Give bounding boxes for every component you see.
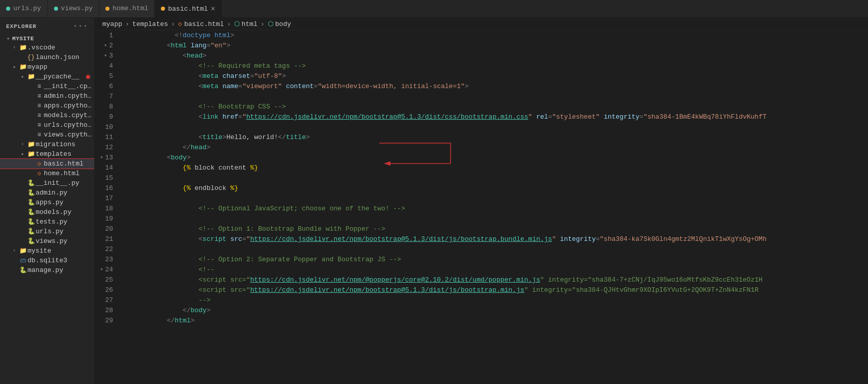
more-icon[interactable]: ···	[73, 22, 88, 31]
code-line-20: <!-- Option 1: Bootstrap Bundle with Pop…	[117, 224, 868, 234]
punct-5: <	[199, 71, 203, 81]
sidebar-item-models-pyc[interactable]: ≡ models.cpython-3...	[0, 111, 94, 120]
code-line-23: <!-- Option 2: Separate Popper and Boots…	[117, 255, 868, 265]
punct-12: </	[183, 143, 191, 153]
sidebar-item-tests-py[interactable]: 🐍 tests.py	[0, 217, 94, 227]
views-pyc-label: views.cpython-38.p...	[44, 131, 94, 139]
breadcrumb-basic-html[interactable]: basic.html	[184, 20, 224, 28]
code-line-13: <body>	[117, 153, 868, 163]
template-block-14: {%	[183, 163, 191, 173]
space-2	[187, 41, 191, 51]
comment-27: -->	[199, 295, 210, 306]
sidebar-item-db-sqlite[interactable]: 🗃 db.sqlite3	[0, 256, 94, 265]
line-num-25: 25	[98, 275, 113, 285]
code-line-3: <head>	[117, 51, 868, 61]
sidebar-item-admin-py[interactable]: 🐍 admin.py	[0, 188, 94, 198]
punct-28: </	[183, 306, 191, 316]
code-line-4: <!-- Required meta tags -->	[117, 61, 868, 71]
title-text: Hello, world!	[227, 132, 278, 143]
pyc-icon-4: ≡	[35, 112, 44, 119]
code-line-26: <script src="https://cdn.jsdelivr.net/np…	[117, 285, 868, 295]
sidebar-item-pycache[interactable]: ▾ 📁 __pycache__	[0, 72, 94, 81]
sidebar-item-manage-py[interactable]: 🐍 manage.py	[0, 265, 94, 275]
sp-9c	[600, 112, 604, 122]
tests-py-label: tests.py	[36, 218, 94, 226]
models-py-label: models.py	[36, 208, 94, 216]
line-num-14: 14	[98, 163, 113, 173]
attr-name: name	[222, 81, 238, 92]
eq-6: =	[238, 81, 242, 92]
admin-pyc-label: admin.cpython-38...	[44, 92, 94, 100]
link-bootstrap-bundle[interactable]: https://cdn.jsdelivr.net/npm/bootstrap@5…	[250, 235, 552, 243]
sidebar-item-mysite[interactable]: › 📁 mysite	[0, 246, 94, 256]
sidebar-item-home-html[interactable]: ◇ home.html	[0, 169, 94, 178]
comment-4: <!-- Required meta tags -->	[199, 61, 306, 71]
code-line-6: <meta name="viewport" content="width=dev…	[117, 81, 868, 92]
eq-21: =	[242, 234, 246, 244]
breadcrumb-html[interactable]: html	[242, 20, 258, 28]
db-sqlite-label: db.sqlite3	[27, 257, 94, 264]
json-icon: {}	[26, 54, 36, 61]
tab-basic-html[interactable]: basic.html ✕	[155, 0, 221, 17]
attr-charset: charset	[222, 71, 250, 81]
breadcrumb-templates[interactable]: templates	[132, 20, 168, 28]
vscode-label: .vscode	[27, 44, 94, 51]
str-viewport: "viewport"	[242, 81, 282, 92]
sidebar-item-admin-pyc[interactable]: ≡ admin.cpython-38...	[0, 91, 94, 101]
sidebar-item-views-pyc[interactable]: ≡ views.cpython-38.p...	[0, 130, 94, 140]
sidebar-item-templates[interactable]: ▾ 📁 templates	[0, 149, 94, 159]
code-content[interactable]: <!doctype html> <html lang="en"> <head> …	[117, 31, 868, 384]
code-line-21: <script src="https://cdn.jsdelivr.net/np…	[117, 234, 868, 244]
sidebar-item-urls-pyc[interactable]: ≡ urls.cpython-38.pyc	[0, 120, 94, 130]
eq-6b: =	[314, 81, 318, 92]
breadcrumb-sep-4: ›	[261, 20, 265, 28]
breadcrumb-icon-body: ⬡	[268, 20, 273, 28]
punct-13b: >	[187, 153, 191, 163]
sidebar-item-migrations[interactable]: › 📁 migrations	[0, 140, 94, 149]
migrations-label: migrations	[36, 141, 94, 148]
code-line-16: {% endblock %}	[117, 183, 868, 194]
main-layout: EXPLORER ··· ▾ MYSITE › 📁 .vscode {} lau…	[0, 18, 868, 384]
breadcrumb-body[interactable]: body	[275, 20, 291, 28]
sidebar-item-views-py[interactable]: 🐍 views.py	[0, 236, 94, 246]
punct-11: <	[199, 132, 203, 143]
pyc-icon-1: ≡	[35, 83, 44, 90]
link-bootstrap-css[interactable]: https://cdn.jsdelivr.net/npm/bootstrap@5…	[246, 113, 528, 121]
breadcrumb-myapp[interactable]: myapp	[102, 20, 122, 28]
punct-3b: >	[203, 51, 207, 61]
sidebar-item-apps-py[interactable]: 🐍 apps.py	[0, 198, 94, 207]
code-line-2: <html lang="en">	[117, 41, 868, 51]
sidebar-item-init-py[interactable]: 🐍 __init__.py	[0, 178, 94, 188]
breadcrumb-sep-3: ›	[227, 20, 231, 28]
line-num-11: 11	[98, 132, 113, 143]
str-src-21: "https://cdn.jsdelivr.net/npm/bootstrap@…	[246, 234, 556, 244]
sidebar-item-myapp[interactable]: ▾ 📁 myapp	[0, 62, 94, 72]
tab-urls-py[interactable]: urls.py	[0, 0, 48, 17]
tab-views-py[interactable]: views.py	[48, 0, 99, 17]
py-icon-urls: 🐍	[26, 228, 36, 235]
sidebar-root-mysite[interactable]: ▾ MYSITE	[0, 35, 94, 43]
line-num-13: ▾13	[98, 153, 113, 163]
tab-home-html[interactable]: home.html	[99, 0, 155, 17]
code-line-27: -->	[117, 295, 868, 306]
code-line-15	[117, 173, 868, 183]
code-line-5: <meta charset="utf-8">	[117, 71, 868, 81]
tab-close-basic-html[interactable]: ✕	[211, 5, 215, 12]
sidebar-item-init-pyc[interactable]: ≡ __init__.cpython-38...	[0, 81, 94, 91]
sidebar-item-apps-pyc[interactable]: ≡ apps.cpython-38.pyc	[0, 101, 94, 111]
sidebar-item-launch-json[interactable]: {} launch.json	[0, 52, 94, 62]
code-line-12: </head>	[117, 143, 868, 153]
template-endblock-16b: %}	[230, 183, 238, 194]
tag-body-close: body	[190, 306, 206, 316]
code-line-1: <!doctype html>	[117, 31, 868, 41]
sidebar-item-basic-html[interactable]: ◇ basic.html	[0, 159, 94, 169]
sidebar-item-models-py[interactable]: 🐍 models.py	[0, 207, 94, 217]
sidebar-item-vscode[interactable]: › 📁 .vscode	[0, 43, 94, 52]
line-num-19: 19	[98, 214, 113, 224]
sp-21b	[556, 234, 560, 244]
sidebar-item-urls-py[interactable]: 🐍 urls.py	[0, 227, 94, 236]
sp-9	[218, 112, 222, 122]
line-num-20: 20	[98, 224, 113, 234]
code-container[interactable]: 1 ▾2 ▾3 4 5 6 7 8 9 10 11 12 ▾13 14 15 1…	[94, 31, 868, 384]
attr-src-21: src	[230, 234, 242, 244]
